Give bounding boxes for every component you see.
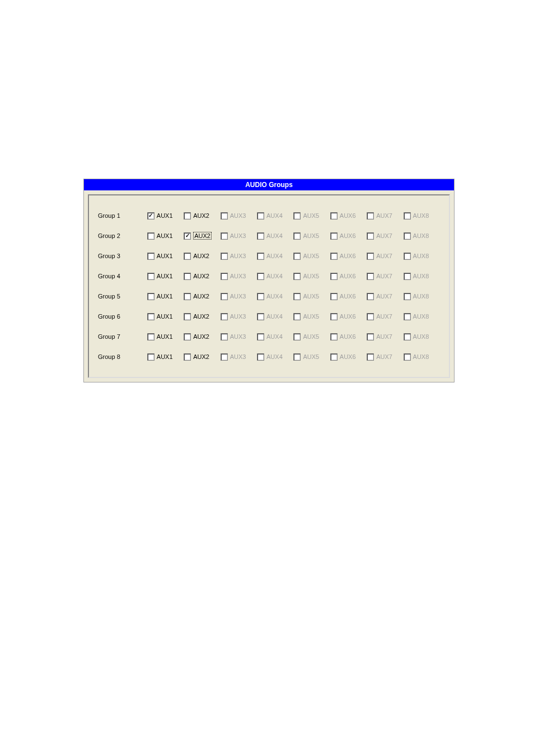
aux-checkbox[interactable] bbox=[184, 253, 191, 260]
group-label: Group 4 bbox=[98, 273, 147, 279]
aux-checkbox bbox=[293, 293, 301, 300]
aux-label: AUX3 bbox=[230, 232, 246, 239]
aux-label: AUX3 bbox=[230, 253, 246, 259]
aux-checkbox[interactable] bbox=[147, 232, 154, 240]
aux-label: AUX7 bbox=[376, 232, 392, 239]
group-row: Group 5AUX1AUX2AUX3AUX4AUX5AUX6AUX7AUX8 bbox=[98, 286, 440, 306]
aux-label[interactable]: AUX1 bbox=[157, 333, 173, 340]
group-label: Group 7 bbox=[98, 333, 147, 340]
aux-checkbox[interactable] bbox=[147, 333, 154, 340]
aux-label: AUX8 bbox=[413, 353, 429, 360]
aux-label: AUX3 bbox=[230, 293, 246, 300]
aux-checkbox[interactable] bbox=[184, 353, 191, 361]
aux-checkbox bbox=[221, 293, 228, 300]
aux-checkbox[interactable] bbox=[147, 353, 154, 361]
aux-checkbox[interactable] bbox=[147, 273, 154, 280]
aux-cell: AUX4 bbox=[257, 293, 293, 300]
aux-label: AUX4 bbox=[266, 313, 283, 320]
aux-label[interactable]: AUX2 bbox=[193, 293, 209, 300]
aux-cell: AUX6 bbox=[330, 253, 367, 260]
aux-checkbox bbox=[404, 273, 411, 280]
aux-cell: AUX7 bbox=[367, 212, 403, 220]
aux-label[interactable]: AUX1 bbox=[157, 273, 173, 279]
aux-label[interactable]: AUX1 bbox=[157, 232, 173, 239]
aux-cell: AUX3 bbox=[221, 333, 257, 340]
aux-cell: AUX7 bbox=[367, 293, 403, 300]
aux-checkbox bbox=[367, 253, 374, 260]
aux-label: AUX8 bbox=[413, 253, 429, 259]
aux-cell: AUX4 bbox=[257, 232, 293, 240]
aux-cell: AUX6 bbox=[330, 232, 367, 240]
aux-cell: AUX8 bbox=[404, 293, 440, 300]
aux-label: AUX4 bbox=[266, 273, 283, 279]
aux-cell: AUX2 bbox=[184, 353, 220, 361]
aux-checkbox bbox=[293, 232, 301, 240]
aux-label[interactable]: AUX2 bbox=[193, 253, 209, 259]
aux-label[interactable]: AUX2 bbox=[193, 353, 209, 360]
aux-label[interactable]: AUX2 bbox=[193, 212, 209, 219]
aux-cell: AUX5 bbox=[293, 212, 330, 220]
aux-label: AUX4 bbox=[266, 212, 283, 219]
aux-checkbox bbox=[257, 333, 264, 340]
aux-cell: AUX8 bbox=[404, 273, 440, 280]
aux-label: AUX6 bbox=[340, 313, 356, 320]
aux-label[interactable]: AUX2 bbox=[193, 313, 209, 320]
aux-checkbox[interactable] bbox=[147, 313, 154, 320]
aux-label[interactable]: AUX2 bbox=[193, 333, 209, 340]
group-label: Group 1 bbox=[98, 212, 147, 219]
aux-label: AUX5 bbox=[303, 232, 319, 239]
aux-label[interactable]: AUX1 bbox=[157, 253, 173, 259]
aux-cell: AUX1 bbox=[147, 313, 184, 320]
aux-label[interactable]: AUX2 bbox=[193, 232, 212, 240]
aux-checkbox bbox=[293, 353, 301, 361]
aux-checkbox[interactable] bbox=[184, 212, 191, 220]
aux-label: AUX6 bbox=[340, 353, 356, 360]
aux-label: AUX8 bbox=[413, 232, 429, 239]
aux-cell: AUX4 bbox=[257, 273, 293, 280]
groups-container: Group 1AUX1AUX2AUX3AUX4AUX5AUX6AUX7AUX8G… bbox=[88, 194, 450, 378]
aux-label: AUX7 bbox=[376, 313, 392, 320]
aux-cell: AUX3 bbox=[221, 253, 257, 260]
aux-checkbox bbox=[367, 353, 374, 361]
aux-cell: AUX5 bbox=[293, 253, 330, 260]
aux-label[interactable]: AUX1 bbox=[157, 313, 173, 320]
aux-label[interactable]: AUX1 bbox=[157, 353, 173, 360]
aux-cell: AUX1 bbox=[147, 333, 184, 340]
aux-checkbox bbox=[257, 313, 264, 320]
aux-checkbox bbox=[257, 253, 264, 260]
aux-cell: AUX2 bbox=[184, 333, 220, 340]
aux-checkbox bbox=[367, 212, 374, 220]
aux-checkbox[interactable] bbox=[147, 212, 154, 220]
aux-checkbox[interactable] bbox=[147, 293, 154, 300]
aux-cell: AUX4 bbox=[257, 353, 293, 361]
aux-checkbox bbox=[330, 232, 338, 240]
aux-checkbox[interactable] bbox=[184, 232, 191, 240]
aux-label: AUX5 bbox=[303, 313, 319, 320]
aux-checkbox[interactable] bbox=[184, 293, 191, 300]
aux-label: AUX8 bbox=[413, 293, 429, 300]
aux-label[interactable]: AUX1 bbox=[157, 212, 173, 219]
aux-cell: AUX3 bbox=[221, 293, 257, 300]
group-row: Group 3AUX1AUX2AUX3AUX4AUX5AUX6AUX7AUX8 bbox=[98, 246, 440, 266]
aux-cell: AUX8 bbox=[404, 353, 440, 361]
aux-cell: AUX1 bbox=[147, 353, 184, 361]
aux-cell: AUX1 bbox=[147, 212, 184, 220]
aux-label: AUX6 bbox=[340, 333, 356, 340]
aux-checkbox bbox=[367, 313, 374, 320]
aux-label: AUX7 bbox=[376, 333, 392, 340]
aux-label[interactable]: AUX1 bbox=[157, 293, 173, 300]
aux-cell: AUX2 bbox=[184, 212, 220, 220]
aux-cell: AUX6 bbox=[330, 333, 367, 340]
aux-checkbox[interactable] bbox=[184, 313, 191, 320]
aux-checkbox[interactable] bbox=[147, 253, 154, 260]
group-row: Group 8AUX1AUX2AUX3AUX4AUX5AUX6AUX7AUX8 bbox=[98, 347, 440, 367]
aux-checkbox[interactable] bbox=[184, 333, 191, 340]
aux-checkbox[interactable] bbox=[184, 273, 191, 280]
aux-cell: AUX8 bbox=[404, 313, 440, 320]
aux-cell: AUX4 bbox=[257, 212, 293, 220]
aux-checkbox bbox=[221, 353, 228, 361]
group-row: Group 2AUX1AUX2AUX3AUX4AUX5AUX6AUX7AUX8 bbox=[98, 226, 440, 246]
aux-cell: AUX2 bbox=[184, 253, 220, 260]
aux-cell: AUX7 bbox=[367, 353, 403, 361]
aux-label[interactable]: AUX2 bbox=[193, 273, 209, 279]
